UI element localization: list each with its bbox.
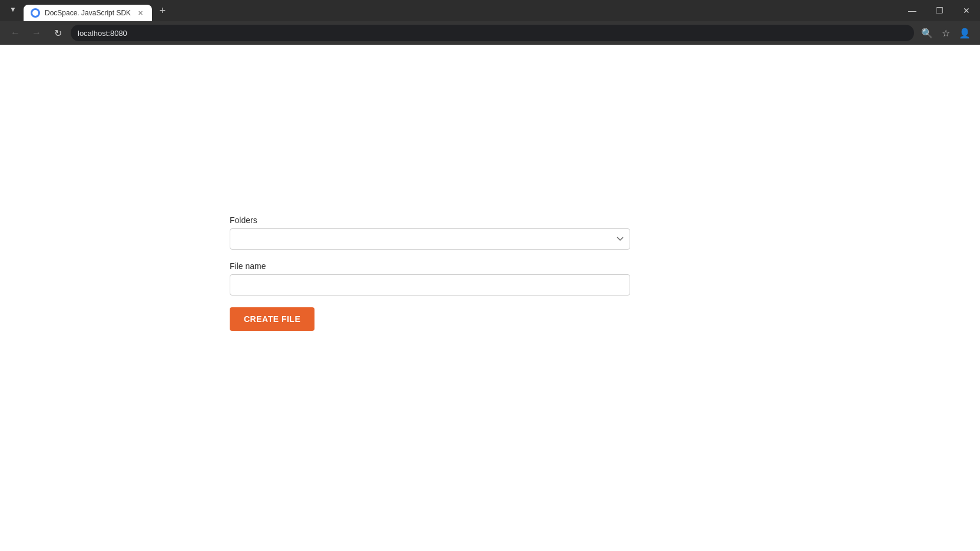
bookmark-icon[interactable]: ☆ [938,25,954,41]
filename-group: File name [230,261,630,296]
folders-group: Folders [230,215,630,250]
tab-menu-button[interactable]: ▼ [5,1,21,18]
create-file-form: Folders File name CREATE FILE [230,215,630,331]
active-tab[interactable]: DocSpace. JavaScript SDK ✕ [24,5,152,21]
browser-toolbar: ← → ↻ localhost:8080 🔍 ☆ 👤 [0,21,980,45]
toolbar-actions: 🔍 ☆ 👤 [919,25,973,41]
back-button[interactable]: ← [7,25,24,41]
address-bar[interactable]: localhost:8080 [71,25,914,41]
folders-label: Folders [230,215,630,225]
address-text: localhost:8080 [78,29,127,38]
maximize-button[interactable]: ❐ [926,0,953,21]
new-tab-button[interactable]: + [154,2,171,19]
tab-favicon [31,8,40,18]
refresh-button[interactable]: ↻ [49,25,66,41]
minimize-button[interactable]: — [899,0,926,21]
page-content: Folders File name CREATE FILE [0,45,980,551]
create-file-button[interactable]: CREATE FILE [230,307,314,331]
browser-titlebar: ▼ DocSpace. JavaScript SDK ✕ + — ❐ ✕ [0,0,980,21]
tab-title: DocSpace. JavaScript SDK [45,9,131,17]
profile-icon[interactable]: 👤 [956,25,973,41]
close-button[interactable]: ✕ [953,0,980,21]
forward-button[interactable]: → [28,25,45,41]
filename-input[interactable] [230,274,630,296]
filename-label: File name [230,261,630,271]
tab-close-button[interactable]: ✕ [135,8,145,18]
folders-select[interactable] [230,228,630,250]
window-controls: — ❐ ✕ [899,0,980,21]
zoom-icon[interactable]: 🔍 [919,25,935,41]
